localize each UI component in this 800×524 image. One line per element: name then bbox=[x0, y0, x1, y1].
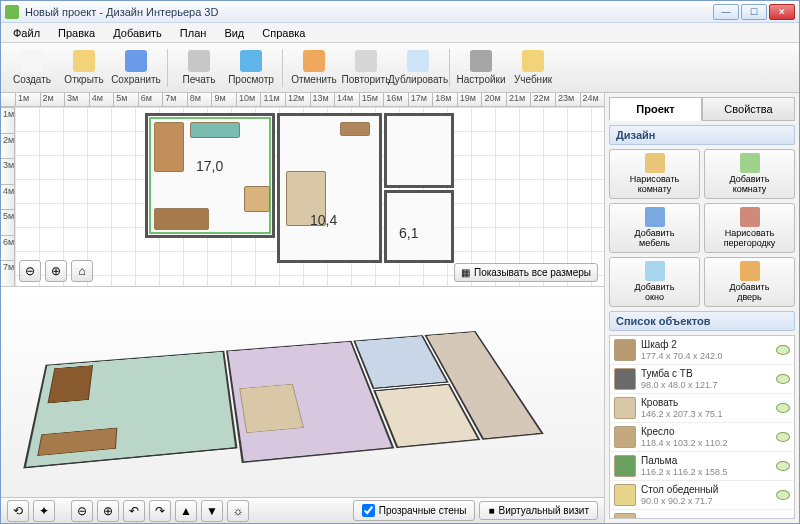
visibility-icon[interactable] bbox=[776, 345, 790, 355]
toolbar-Сохранить[interactable]: Сохранить bbox=[111, 46, 161, 90]
menu-4[interactable]: Вид bbox=[216, 25, 252, 41]
toolbar-Создать[interactable]: Создать bbox=[7, 46, 57, 90]
tab-project[interactable]: Проект bbox=[609, 97, 702, 121]
object-dimensions: 98.0 x 48.0 x 121.7 bbox=[641, 380, 771, 390]
ruler-tick: 12м bbox=[285, 93, 310, 106]
visibility-icon[interactable] bbox=[776, 374, 790, 384]
furniture-sofa[interactable] bbox=[190, 122, 240, 138]
transparent-walls-checkbox[interactable] bbox=[362, 504, 375, 517]
furniture-wardrobe[interactable] bbox=[154, 122, 184, 172]
toolbar-icon bbox=[303, 50, 325, 72]
toolbar-Настройки[interactable]: Настройки bbox=[456, 46, 506, 90]
design-btn-4[interactable]: Добавитьокно bbox=[609, 257, 700, 307]
window-buttons: — ☐ ✕ bbox=[713, 4, 795, 20]
rotate-360-button[interactable]: ⟲ bbox=[7, 500, 29, 522]
zoom-in-3d-button[interactable]: ⊕ bbox=[97, 500, 119, 522]
toolbar-Открыть[interactable]: Открыть bbox=[59, 46, 109, 90]
object-text: Шкаф 2177.4 x 70.4 x 242.0 bbox=[641, 339, 771, 361]
menu-2[interactable]: Добавить bbox=[105, 25, 170, 41]
object-dimensions: 177.4 x 70.4 x 242.0 bbox=[641, 351, 771, 361]
zoom-out-3d-button[interactable]: ⊖ bbox=[71, 500, 93, 522]
room-2[interactable]: 10,4 bbox=[277, 113, 382, 263]
menu-1[interactable]: Правка bbox=[50, 25, 103, 41]
toolbar-Отменить[interactable]: Отменить bbox=[289, 46, 339, 90]
toolbar-Учебник[interactable]: Учебник bbox=[508, 46, 558, 90]
menu-3[interactable]: План bbox=[172, 25, 215, 41]
tilt-up-button[interactable]: ▲ bbox=[175, 500, 197, 522]
tilt-down-button[interactable]: ▼ bbox=[201, 500, 223, 522]
design-btn-icon bbox=[645, 207, 665, 227]
room-3[interactable] bbox=[384, 113, 454, 188]
rotate-left-button[interactable]: ↶ bbox=[123, 500, 145, 522]
ruler-tick: 24м bbox=[580, 93, 605, 106]
toolbar: СоздатьОткрытьСохранитьПечатьПросмотрОтм… bbox=[1, 43, 799, 93]
object-list[interactable]: Шкаф 2177.4 x 70.4 x 242.0Тумба с ТВ98.0… bbox=[609, 335, 795, 519]
toolbar-Повторить[interactable]: Повторить bbox=[341, 46, 391, 90]
show-dimensions-toggle[interactable]: ▦ Показывать все размеры bbox=[454, 263, 598, 282]
furniture-shelf[interactable] bbox=[340, 122, 370, 136]
ruler-tick: 1м bbox=[15, 93, 40, 106]
visibility-icon[interactable] bbox=[776, 461, 790, 471]
object-item-6[interactable]: Стул bbox=[610, 510, 794, 519]
ruler-tick: 1м bbox=[1, 107, 14, 133]
toolbar-icon bbox=[470, 50, 492, 72]
design-btn-0[interactable]: Нарисоватькомнату bbox=[609, 149, 700, 199]
close-button[interactable]: ✕ bbox=[769, 4, 795, 20]
toolbar-icon bbox=[73, 50, 95, 72]
design-btn-2[interactable]: Добавитьмебель bbox=[609, 203, 700, 253]
grid-icon: ▦ bbox=[461, 267, 470, 278]
visibility-icon[interactable] bbox=[776, 403, 790, 413]
zoom-out-button[interactable]: ⊖ bbox=[19, 260, 41, 282]
ruler-tick: 16м bbox=[383, 93, 408, 106]
object-name: Стул bbox=[641, 518, 771, 519]
room-1[interactable]: 17,0 bbox=[145, 113, 275, 238]
object-item-2[interactable]: Кровать146.2 x 207.3 x 75.1 bbox=[610, 394, 794, 423]
minimize-button[interactable]: — bbox=[713, 4, 739, 20]
tab-properties[interactable]: Свойства bbox=[702, 97, 795, 121]
object-item-4[interactable]: Пальма116.2 x 116.2 x 158.5 bbox=[610, 452, 794, 481]
transparent-walls-toggle[interactable]: Прозрачные стены bbox=[353, 500, 476, 521]
visibility-icon[interactable] bbox=[776, 490, 790, 500]
light-button[interactable]: ☼ bbox=[227, 500, 249, 522]
room-4[interactable]: 6,1 bbox=[384, 190, 454, 263]
object-text: Пальма116.2 x 116.2 x 158.5 bbox=[641, 455, 771, 477]
home-button[interactable]: ⌂ bbox=[71, 260, 93, 282]
object-dimensions: 146.2 x 207.3 x 75.1 bbox=[641, 409, 771, 419]
ruler-tick: 10м bbox=[236, 93, 261, 106]
toolbar-label: Открыть bbox=[64, 74, 103, 85]
furniture-table[interactable] bbox=[244, 186, 270, 212]
toolbar-Просмотр[interactable]: Просмотр bbox=[226, 46, 276, 90]
toolbar-Дублировать[interactable]: Дублировать bbox=[393, 46, 443, 90]
design-btn-line2: мебель bbox=[639, 239, 670, 249]
plan-canvas[interactable]: 17,0 10,4 6,1 ⊖ ⊕ ⌂ bbox=[15, 107, 604, 286]
zoom-in-button[interactable]: ⊕ bbox=[45, 260, 67, 282]
object-icon bbox=[614, 339, 636, 361]
design-btn-1[interactable]: Добавитькомнату bbox=[704, 149, 795, 199]
ruler-tick: 22м bbox=[530, 93, 555, 106]
ruler-tick: 9м bbox=[211, 93, 236, 106]
object-item-0[interactable]: Шкаф 2177.4 x 70.4 x 242.0 bbox=[610, 336, 794, 365]
toolbar-label: Учебник bbox=[514, 74, 552, 85]
menu-0[interactable]: Файл bbox=[5, 25, 48, 41]
rotate-right-button[interactable]: ↷ bbox=[149, 500, 171, 522]
visibility-icon[interactable] bbox=[776, 432, 790, 442]
toolbar-Печать[interactable]: Печать bbox=[174, 46, 224, 90]
menu-5[interactable]: Справка bbox=[254, 25, 313, 41]
object-icon bbox=[614, 426, 636, 448]
object-text: Кровать146.2 x 207.3 x 75.1 bbox=[641, 397, 771, 419]
object-name: Стол обеденный bbox=[641, 484, 771, 496]
object-item-5[interactable]: Стол обеденный90.0 x 90.2 x 71.7 bbox=[610, 481, 794, 510]
view-3d[interactable] bbox=[1, 287, 604, 497]
camera-button[interactable]: ✦ bbox=[33, 500, 55, 522]
object-item-3[interactable]: Кресло118.4 x 103.2 x 110.2 bbox=[610, 423, 794, 452]
toolbar-icon bbox=[407, 50, 429, 72]
maximize-button[interactable]: ☐ bbox=[741, 4, 767, 20]
furniture-couch[interactable] bbox=[154, 208, 209, 230]
object-item-1[interactable]: Тумба с ТВ98.0 x 48.0 x 121.7 bbox=[610, 365, 794, 394]
design-btn-3[interactable]: Нарисоватьперегородку bbox=[704, 203, 795, 253]
toolbar-label: Просмотр bbox=[228, 74, 274, 85]
virtual-visit-button[interactable]: ■ Виртуальный визит bbox=[479, 501, 598, 520]
design-btn-5[interactable]: Добавитьдверь bbox=[704, 257, 795, 307]
ruler-tick: 15м bbox=[359, 93, 384, 106]
object-icon bbox=[614, 397, 636, 419]
